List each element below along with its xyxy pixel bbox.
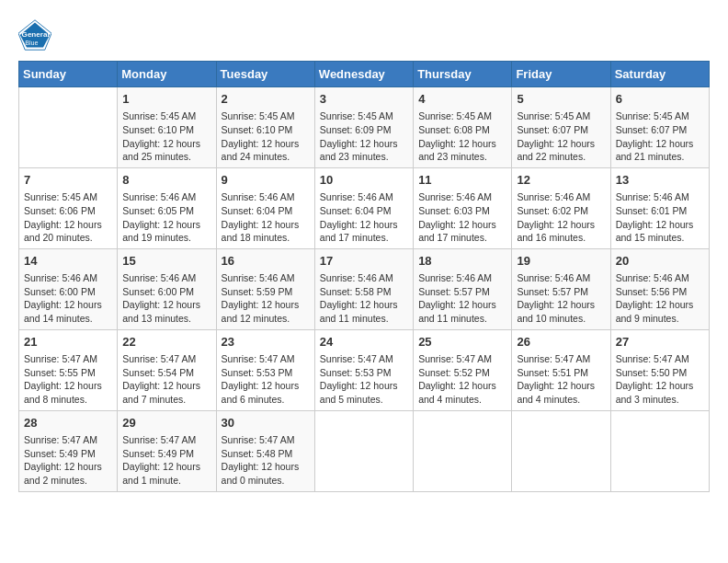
sunset-text: Sunset: 6:00 PM <box>24 286 96 297</box>
sunset-text: Sunset: 6:10 PM <box>222 124 293 135</box>
week-row-1: 1Sunrise: 5:45 AMSunset: 6:10 PMDaylight… <box>19 87 710 168</box>
sunrise-text: Sunrise: 5:46 AM <box>24 272 97 283</box>
sunset-text: Sunset: 5:59 PM <box>222 286 293 297</box>
daylight-text: Daylight: 12 hours and 18 minutes. <box>222 219 300 244</box>
calendar-cell: 22Sunrise: 5:47 AMSunset: 5:54 PMDayligh… <box>118 329 216 410</box>
sunrise-text: Sunrise: 5:45 AM <box>616 110 689 121</box>
daylight-text: Daylight: 12 hours and 24 minutes. <box>222 138 300 163</box>
calendar-cell: 3Sunrise: 5:45 AMSunset: 6:09 PMDaylight… <box>314 87 413 168</box>
sunset-text: Sunset: 6:01 PM <box>616 205 688 216</box>
sunset-text: Sunset: 6:05 PM <box>122 205 194 216</box>
sunrise-text: Sunrise: 5:46 AM <box>222 191 295 202</box>
calendar-cell <box>610 410 709 491</box>
sunrise-text: Sunrise: 5:46 AM <box>418 191 492 202</box>
days-header-row: SundayMondayTuesdayWednesdayThursdayFrid… <box>19 62 710 87</box>
sunset-text: Sunset: 6:02 PM <box>517 205 588 216</box>
sunrise-text: Sunrise: 5:46 AM <box>122 272 196 283</box>
calendar-cell: 7Sunrise: 5:45 AMSunset: 6:06 PMDaylight… <box>19 167 118 248</box>
calendar-cell: 1Sunrise: 5:45 AMSunset: 6:10 PMDaylight… <box>118 87 216 168</box>
day-number: 7 <box>24 172 112 189</box>
sunset-text: Sunset: 5:54 PM <box>122 367 194 378</box>
day-number: 8 <box>122 172 210 189</box>
calendar-cell: 20Sunrise: 5:46 AMSunset: 5:56 PMDayligh… <box>610 248 709 329</box>
week-row-3: 14Sunrise: 5:46 AMSunset: 6:00 PMDayligh… <box>19 248 710 329</box>
calendar-cell <box>314 410 413 491</box>
day-number: 25 <box>418 334 506 350</box>
calendar-cell: 26Sunrise: 5:47 AMSunset: 5:51 PMDayligh… <box>512 329 610 410</box>
calendar-cell: 15Sunrise: 5:46 AMSunset: 6:00 PMDayligh… <box>118 248 216 329</box>
day-number: 20 <box>616 253 704 270</box>
week-row-2: 7Sunrise: 5:45 AMSunset: 6:06 PMDaylight… <box>19 167 710 248</box>
day-number: 13 <box>616 172 704 189</box>
sunrise-text: Sunrise: 5:45 AM <box>320 110 393 121</box>
day-number: 27 <box>616 334 704 350</box>
sunset-text: Sunset: 5:49 PM <box>24 448 96 459</box>
day-number: 5 <box>517 91 605 108</box>
sunset-text: Sunset: 6:03 PM <box>418 205 490 216</box>
sunrise-text: Sunrise: 5:47 AM <box>24 434 97 445</box>
day-number: 19 <box>517 253 605 270</box>
sunrise-text: Sunrise: 5:47 AM <box>222 353 295 364</box>
sunset-text: Sunset: 5:55 PM <box>24 367 96 378</box>
calendar-cell: 27Sunrise: 5:47 AMSunset: 5:50 PMDayligh… <box>610 329 709 410</box>
sunset-text: Sunset: 5:51 PM <box>517 367 588 378</box>
sunrise-text: Sunrise: 5:47 AM <box>418 353 492 364</box>
logo-icon: General Blue <box>18 18 51 52</box>
day-header-thursday: Thursday <box>414 62 512 87</box>
week-row-5: 28Sunrise: 5:47 AMSunset: 5:49 PMDayligh… <box>19 410 710 491</box>
calendar-table: SundayMondayTuesdayWednesdayThursdayFrid… <box>18 61 710 492</box>
day-number: 23 <box>222 334 310 350</box>
sunset-text: Sunset: 6:04 PM <box>222 205 293 216</box>
day-number: 14 <box>24 253 112 270</box>
daylight-text: Daylight: 12 hours and 2 minutes. <box>24 461 102 486</box>
sunset-text: Sunset: 6:10 PM <box>122 124 194 135</box>
day-header-friday: Friday <box>512 62 610 87</box>
daylight-text: Daylight: 12 hours and 11 minutes. <box>418 299 496 324</box>
calendar-cell: 6Sunrise: 5:45 AMSunset: 6:07 PMDaylight… <box>610 87 709 168</box>
day-number: 17 <box>320 253 408 270</box>
sunrise-text: Sunrise: 5:46 AM <box>320 272 393 283</box>
sunset-text: Sunset: 5:48 PM <box>222 448 293 459</box>
daylight-text: Daylight: 12 hours and 17 minutes. <box>320 219 398 244</box>
daylight-text: Daylight: 12 hours and 19 minutes. <box>122 219 200 244</box>
calendar-cell: 24Sunrise: 5:47 AMSunset: 5:53 PMDayligh… <box>314 329 413 410</box>
day-number: 4 <box>418 91 506 108</box>
sunset-text: Sunset: 6:00 PM <box>122 286 194 297</box>
week-row-4: 21Sunrise: 5:47 AMSunset: 5:55 PMDayligh… <box>19 329 710 410</box>
day-header-wednesday: Wednesday <box>314 62 413 87</box>
calendar-cell: 16Sunrise: 5:46 AMSunset: 5:59 PMDayligh… <box>216 248 314 329</box>
sunset-text: Sunset: 5:58 PM <box>320 286 392 297</box>
day-number: 30 <box>222 415 310 431</box>
calendar-cell: 23Sunrise: 5:47 AMSunset: 5:53 PMDayligh… <box>216 329 314 410</box>
calendar-cell: 12Sunrise: 5:46 AMSunset: 6:02 PMDayligh… <box>512 167 610 248</box>
calendar-cell: 8Sunrise: 5:46 AMSunset: 6:05 PMDaylight… <box>118 167 216 248</box>
sunset-text: Sunset: 6:08 PM <box>418 124 490 135</box>
daylight-text: Daylight: 12 hours and 11 minutes. <box>320 299 398 324</box>
daylight-text: Daylight: 12 hours and 6 minutes. <box>222 380 300 405</box>
day-number: 3 <box>320 91 408 108</box>
sunrise-text: Sunrise: 5:45 AM <box>24 191 97 202</box>
sunset-text: Sunset: 5:53 PM <box>320 367 392 378</box>
sunset-text: Sunset: 5:53 PM <box>222 367 293 378</box>
daylight-text: Daylight: 12 hours and 7 minutes. <box>122 380 200 405</box>
day-number: 12 <box>517 172 605 189</box>
calendar-cell: 10Sunrise: 5:46 AMSunset: 6:04 PMDayligh… <box>314 167 413 248</box>
calendar-cell: 14Sunrise: 5:46 AMSunset: 6:00 PMDayligh… <box>19 248 118 329</box>
sunrise-text: Sunrise: 5:46 AM <box>418 272 492 283</box>
sunset-text: Sunset: 5:50 PM <box>616 367 688 378</box>
daylight-text: Daylight: 12 hours and 4 minutes. <box>517 380 595 405</box>
day-number: 9 <box>222 172 310 189</box>
sunrise-text: Sunrise: 5:47 AM <box>122 353 196 364</box>
sunset-text: Sunset: 6:06 PM <box>24 205 96 216</box>
daylight-text: Daylight: 12 hours and 16 minutes. <box>517 219 595 244</box>
sunrise-text: Sunrise: 5:45 AM <box>517 110 590 121</box>
calendar-cell: 19Sunrise: 5:46 AMSunset: 5:57 PMDayligh… <box>512 248 610 329</box>
sunrise-text: Sunrise: 5:45 AM <box>222 110 295 121</box>
day-header-monday: Monday <box>118 62 216 87</box>
daylight-text: Daylight: 12 hours and 12 minutes. <box>222 299 300 324</box>
daylight-text: Daylight: 12 hours and 8 minutes. <box>24 380 102 405</box>
day-number: 28 <box>24 415 112 431</box>
day-number: 22 <box>122 334 210 350</box>
day-number: 1 <box>122 91 210 108</box>
calendar-cell: 2Sunrise: 5:45 AMSunset: 6:10 PMDaylight… <box>216 87 314 168</box>
